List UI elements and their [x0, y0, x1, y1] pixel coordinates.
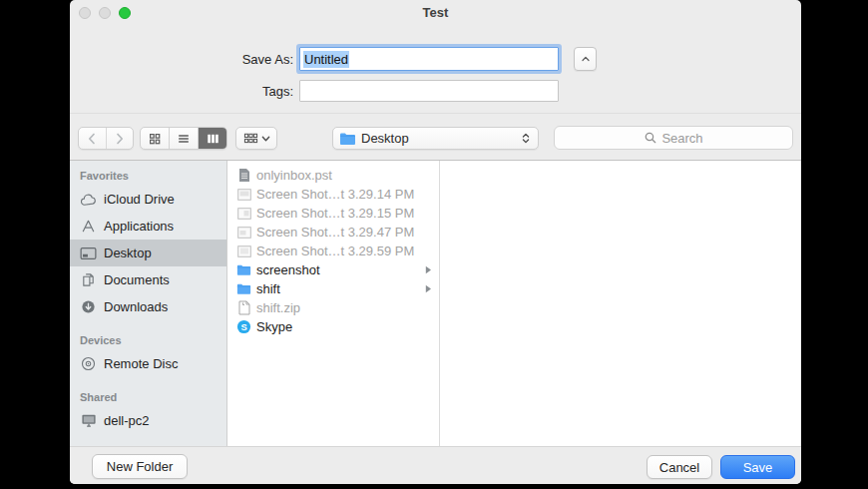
save-as-label: Save As: — [70, 52, 299, 67]
screen: Test Save As: Untitled Tags: — [0, 0, 868, 489]
titlebar: Test — [70, 0, 801, 26]
search-icon — [644, 131, 657, 145]
grid-view-icon — [148, 132, 162, 146]
arrange-button[interactable] — [235, 127, 277, 150]
folder-icon — [235, 263, 252, 276]
sidebar-item-label: Documents — [104, 272, 170, 287]
window-title: Test — [70, 0, 801, 26]
tags-label: Tags: — [70, 84, 299, 99]
sidebar-item-downloads[interactable]: Downloads — [70, 293, 226, 320]
search-input[interactable]: Search — [554, 126, 793, 150]
file-browser: Favorites iCloud Drive Applications — [70, 161, 801, 446]
tags-input[interactable] — [299, 80, 559, 102]
pst-file-icon — [235, 168, 252, 183]
back-button[interactable] — [79, 128, 106, 149]
svg-text:S: S — [240, 322, 246, 332]
sidebar-section-shared: Shared — [70, 387, 226, 407]
file-row-folder[interactable]: shift — [227, 279, 439, 298]
sidebar-item-label: Applications — [104, 219, 174, 234]
sidebar-item-documents[interactable]: Documents — [70, 266, 226, 293]
sidebar-item-label: Remote Disc — [104, 356, 178, 371]
documents-icon — [80, 272, 97, 287]
file-row[interactable]: Screen Shot…t 3.29.15 PM — [227, 204, 439, 223]
sidebar-item-label: Downloads — [104, 299, 168, 314]
disc-icon — [80, 356, 97, 371]
file-row[interactable]: onlyinbox.pst — [227, 166, 439, 185]
location-dropdown[interactable]: Desktop — [332, 127, 539, 150]
folder-icon — [339, 132, 356, 146]
file-row-skype[interactable]: S Skype — [227, 317, 439, 336]
file-row[interactable]: shift.zip — [227, 298, 439, 317]
view-mode-segmented-control — [140, 127, 227, 150]
sidebar-item-remote-disc[interactable]: Remote Disc — [70, 350, 226, 377]
save-form: Save As: Untitled Tags: — [70, 26, 801, 113]
column-view-button[interactable] — [198, 128, 226, 149]
chevron-right-icon — [423, 265, 433, 274]
forward-button[interactable] — [106, 128, 134, 149]
list-view-button[interactable] — [169, 128, 198, 149]
file-column: onlyinbox.pst Screen Shot…t 3.29.14 PM S… — [227, 161, 440, 446]
traffic-lights — [79, 7, 131, 19]
skype-icon: S — [235, 319, 252, 334]
save-button[interactable]: Save — [720, 455, 795, 479]
chevron-down-icon — [261, 135, 270, 143]
new-folder-button[interactable]: New Folder — [92, 454, 188, 479]
applications-icon — [80, 219, 97, 234]
cancel-button[interactable]: Cancel — [647, 455, 712, 479]
zip-file-icon — [235, 300, 252, 315]
file-row[interactable]: Screen Shot…t 3.29.47 PM — [227, 223, 439, 242]
chevron-left-icon — [86, 132, 98, 146]
arrange-grid-icon — [243, 132, 258, 145]
list-view-icon — [177, 132, 191, 146]
icon-view-button[interactable] — [141, 128, 169, 149]
sidebar-section-favorites: Favorites — [70, 166, 226, 186]
sidebar-item-label: dell-pc2 — [104, 413, 150, 428]
chevron-right-icon — [114, 132, 126, 146]
folder-icon — [235, 282, 252, 295]
toolbar: Desktop Search — [70, 113, 801, 161]
sidebar-item-label: Desktop — [104, 245, 152, 260]
empty-column[interactable] — [440, 161, 801, 446]
file-row[interactable]: Screen Shot…t 3.29.14 PM — [227, 185, 439, 204]
zoom-button[interactable] — [119, 7, 131, 19]
image-file-icon — [235, 189, 252, 201]
location-label: Desktop — [361, 131, 515, 146]
column-view-icon — [206, 132, 220, 146]
save-dialog-window: Test Save As: Untitled Tags: — [70, 0, 801, 484]
dialog-footer: New Folder Cancel Save — [70, 446, 801, 484]
up-down-chevrons-icon — [520, 131, 532, 146]
cloud-icon — [80, 193, 97, 207]
image-file-icon — [235, 227, 252, 239]
sidebar-item-icloud-drive[interactable]: iCloud Drive — [70, 186, 226, 213]
expand-dialog-button[interactable] — [574, 47, 597, 71]
file-row[interactable]: Screen Shot…t 3.29.59 PM — [227, 242, 439, 260]
save-as-field[interactable]: Untitled — [299, 47, 559, 71]
sidebar-item-label: iCloud Drive — [104, 192, 175, 207]
close-button[interactable] — [79, 7, 91, 19]
image-file-icon — [235, 208, 252, 220]
save-as-value: Untitled — [303, 51, 349, 68]
nav-buttons — [78, 127, 134, 150]
image-file-icon — [235, 245, 252, 257]
sidebar-item-dell-pc2[interactable]: dell-pc2 — [70, 407, 226, 434]
computer-icon — [80, 413, 97, 428]
chevron-up-icon — [580, 53, 592, 65]
chevron-right-icon — [423, 284, 433, 293]
sidebar-item-applications[interactable]: Applications — [70, 213, 226, 240]
file-row-folder[interactable]: screenshot — [227, 260, 439, 279]
desktop-icon — [80, 246, 97, 260]
sidebar: Favorites iCloud Drive Applications — [70, 161, 227, 446]
sidebar-item-desktop[interactable]: Desktop — [70, 240, 226, 266]
downloads-icon — [80, 299, 97, 314]
search-placeholder: Search — [661, 131, 702, 146]
minimize-button[interactable] — [99, 7, 111, 19]
sidebar-section-devices: Devices — [70, 330, 226, 350]
